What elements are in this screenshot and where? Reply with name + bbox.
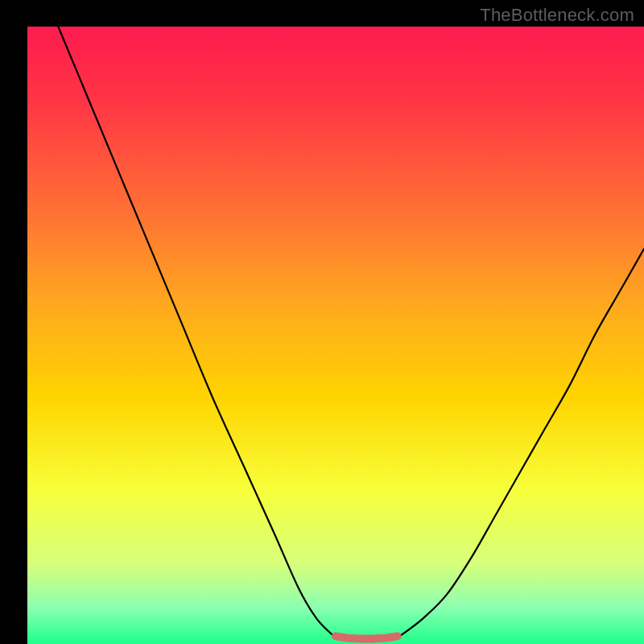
bottom-highlight (336, 636, 398, 638)
chart-frame: TheBottleneck.com (0, 0, 644, 644)
bottleneck-chart (0, 0, 644, 644)
watermark-text: TheBottleneck.com (480, 5, 634, 26)
gradient-background (27, 27, 644, 644)
